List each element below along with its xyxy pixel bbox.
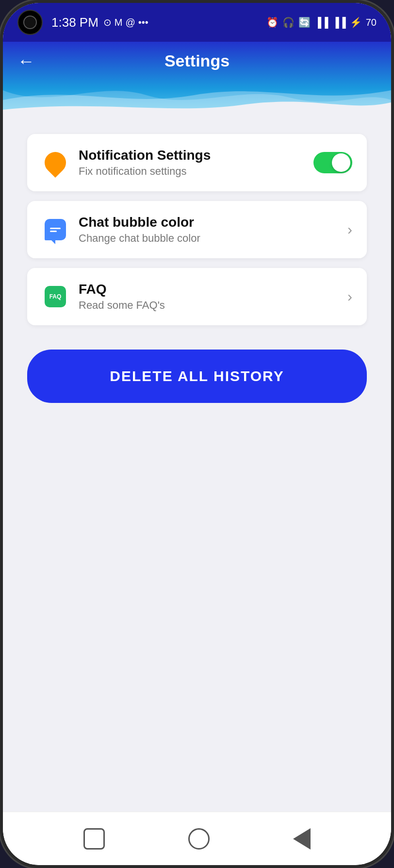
status-bar: 1:38 PM ⊙ M @ ••• ⏰ 🎧 🔄 ▐▐ ▐▐ ⚡ 70 bbox=[3, 3, 391, 42]
mail-icon: M bbox=[115, 17, 123, 28]
camera-lens bbox=[23, 16, 37, 29]
notification-subtitle: Fix notification settings bbox=[79, 165, 211, 178]
alarm-icon: ⏰ bbox=[266, 17, 279, 28]
faq-icon-wrapper: FAQ bbox=[42, 283, 69, 310]
faq-icon: FAQ bbox=[45, 286, 66, 307]
toggle-knob bbox=[332, 153, 350, 172]
chat-bubble-chevron-icon: › bbox=[347, 221, 352, 238]
back-button[interactable]: ← bbox=[17, 51, 35, 71]
nav-back-button[interactable] bbox=[293, 828, 311, 850]
status-time: 1:38 PM bbox=[51, 15, 98, 30]
lightning-icon: ⚡ bbox=[350, 17, 362, 28]
front-camera bbox=[17, 10, 43, 35]
chat-bubble-left: Chat bubble color Change chat bubble col… bbox=[42, 215, 200, 245]
notification-icon bbox=[40, 148, 70, 178]
chat-bubble-icon-wrapper bbox=[42, 216, 69, 243]
chat-bubble-text-group: Chat bubble color Change chat bubble col… bbox=[79, 215, 200, 245]
chat-bubble-icon bbox=[45, 219, 66, 240]
battery-percent: 70 bbox=[366, 17, 377, 28]
page-title: Settings bbox=[164, 51, 230, 70]
faq-subtitle: Read some FAQ's bbox=[79, 299, 165, 312]
status-right: ⏰ 🎧 🔄 ▐▐ ▐▐ ⚡ 70 bbox=[266, 17, 377, 28]
chat-line-2 bbox=[50, 231, 57, 232]
notification-icons: ⊙ M @ ••• bbox=[103, 17, 148, 28]
notification-settings-left: Notification Settings Fix notification s… bbox=[42, 148, 211, 178]
whatsapp-icon: ⊙ bbox=[103, 17, 112, 28]
phone-inner: 1:38 PM ⊙ M @ ••• ⏰ 🎧 🔄 ▐▐ ▐▐ ⚡ 70 bbox=[3, 3, 391, 865]
faq-text-group: FAQ Read some FAQ's bbox=[79, 282, 165, 312]
chat-lines bbox=[50, 228, 61, 232]
notification-text-group: Notification Settings Fix notification s… bbox=[79, 148, 211, 178]
notification-icon-wrapper bbox=[42, 149, 69, 176]
wifi-icon: 🔄 bbox=[298, 17, 311, 28]
main-content: Notification Settings Fix notification s… bbox=[3, 119, 391, 832]
faq-chevron-icon: › bbox=[347, 288, 352, 305]
notification-toggle[interactable] bbox=[313, 152, 352, 173]
chat-bubble-title: Chat bubble color bbox=[79, 215, 200, 230]
signal-bar2-icon: ▐▐ bbox=[332, 17, 345, 28]
faq-item[interactable]: FAQ FAQ Read some FAQ's › bbox=[27, 268, 367, 325]
signal-bar-icon: ▐▐ bbox=[314, 17, 328, 28]
chat-line-1 bbox=[50, 228, 61, 229]
delete-all-history-button[interactable]: DELETE ALL HISTORY bbox=[27, 350, 367, 403]
app-header: ← Settings bbox=[3, 42, 391, 119]
phone-frame: 1:38 PM ⊙ M @ ••• ⏰ 🎧 🔄 ▐▐ ▐▐ ⚡ 70 bbox=[0, 0, 394, 868]
wave-decoration bbox=[3, 81, 391, 119]
headphone-icon: 🎧 bbox=[282, 17, 295, 28]
notification-title: Notification Settings bbox=[79, 148, 211, 163]
nav-home-button[interactable] bbox=[188, 828, 210, 850]
signal-icon: @ bbox=[126, 17, 135, 28]
bottom-navigation bbox=[3, 812, 391, 865]
header-top: ← Settings bbox=[3, 42, 391, 80]
faq-left: FAQ FAQ Read some FAQ's bbox=[42, 282, 165, 312]
battery-indicator: 70 bbox=[366, 17, 377, 28]
status-left: 1:38 PM ⊙ M @ ••• bbox=[17, 10, 148, 35]
chat-bubble-subtitle: Change chat bubble color bbox=[79, 232, 200, 245]
notification-settings-item[interactable]: Notification Settings Fix notification s… bbox=[27, 134, 367, 191]
faq-title: FAQ bbox=[79, 282, 165, 297]
dots-icon: ••• bbox=[138, 17, 148, 28]
nav-recents-button[interactable] bbox=[83, 828, 105, 850]
chat-bubble-color-item[interactable]: Chat bubble color Change chat bubble col… bbox=[27, 201, 367, 258]
